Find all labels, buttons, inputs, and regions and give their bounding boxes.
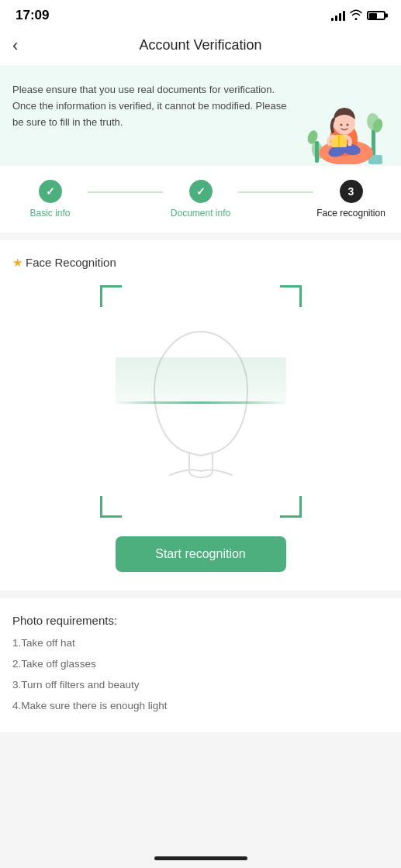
back-button[interactable]: ‹ bbox=[12, 37, 18, 54]
banner-text: Please ensure that you use real document… bbox=[12, 79, 296, 130]
stepper: ✓ Basic info ✓ Document info 3 Face reco… bbox=[0, 166, 401, 232]
step-2-label: Document info bbox=[171, 208, 230, 219]
required-asterisk: ★ bbox=[12, 256, 22, 269]
req-item-1: 1.Take off hat bbox=[12, 636, 389, 651]
scan-glow bbox=[116, 357, 286, 404]
page-title: Account Verification bbox=[139, 37, 261, 53]
req-item-4: 4.Make sure there is enough light bbox=[12, 699, 389, 714]
start-recognition-button[interactable]: Start recognition bbox=[116, 536, 286, 572]
scan-line bbox=[116, 401, 286, 404]
battery-icon bbox=[367, 11, 385, 20]
status-icons bbox=[331, 9, 385, 22]
svg-rect-1 bbox=[315, 141, 319, 163]
banner-illustration bbox=[303, 79, 389, 164]
step-1: ✓ Basic info bbox=[12, 180, 88, 219]
status-time: 17:09 bbox=[16, 8, 49, 23]
corner-tr bbox=[280, 285, 302, 307]
step-2-circle: ✓ bbox=[189, 180, 213, 203]
step-3-label: Face recognition bbox=[316, 208, 385, 219]
requirements-list: 1.Take off hat 2.Take off glasses 3.Turn… bbox=[12, 636, 389, 714]
wifi-icon bbox=[350, 9, 362, 22]
svg-point-15 bbox=[347, 124, 349, 126]
requirements-card: Photo requirements: 1.Take off hat 2.Tak… bbox=[0, 598, 401, 732]
face-recognition-card: ★Face Recognition Start recognition bbox=[0, 240, 401, 591]
req-item-2: 2.Take off glasses bbox=[12, 657, 389, 672]
home-indicator bbox=[154, 856, 247, 860]
face-scanner bbox=[100, 285, 302, 518]
face-card-title: ★Face Recognition bbox=[12, 256, 389, 270]
signal-icon bbox=[331, 10, 345, 21]
req-item-3: 3.Turn off filters and beauty bbox=[12, 678, 389, 693]
step-line-2 bbox=[238, 191, 313, 193]
step-1-label: Basic info bbox=[29, 208, 70, 219]
step-3-circle: 3 bbox=[340, 180, 363, 203]
status-bar: 17:09 bbox=[0, 0, 401, 28]
step-line-1 bbox=[88, 191, 163, 193]
header: ‹ Account Verification bbox=[0, 28, 401, 67]
corner-tl bbox=[100, 285, 122, 307]
banner: Please ensure that you use real document… bbox=[0, 67, 401, 164]
svg-point-14 bbox=[341, 124, 343, 126]
step-1-circle: ✓ bbox=[39, 180, 62, 203]
step-3: 3 Face recognition bbox=[313, 180, 389, 219]
step-2: ✓ Document info bbox=[163, 180, 238, 219]
corner-br bbox=[280, 496, 302, 518]
corner-bl bbox=[100, 496, 122, 518]
requirements-title: Photo requirements: bbox=[12, 614, 389, 627]
